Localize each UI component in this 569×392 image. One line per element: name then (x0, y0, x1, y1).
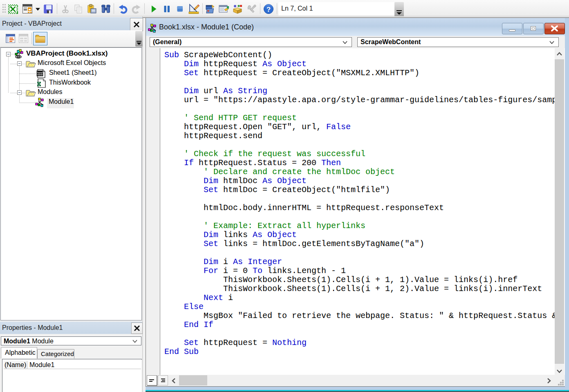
svg-text:?: ? (267, 6, 271, 13)
